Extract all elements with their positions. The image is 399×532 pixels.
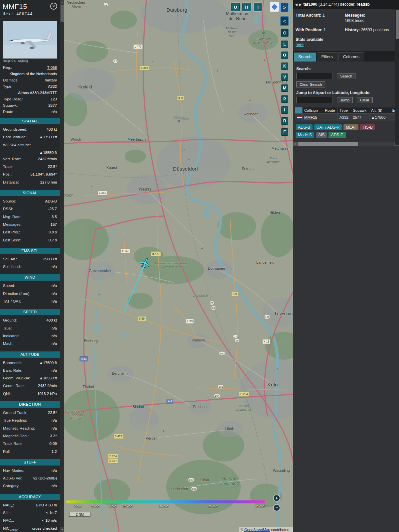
- data-label[interactable]: Ground Track:: [3, 410, 27, 417]
- data-label[interactable]: NICBARO:: [3, 525, 18, 532]
- data-label[interactable]: QNH:: [3, 391, 13, 398]
- data-label[interactable]: Groundspeed:: [3, 126, 27, 134]
- data-label[interactable]: RSSI:: [3, 206, 13, 213]
- data-label[interactable]: Sel. Alt.:: [3, 256, 17, 264]
- data-row: Direction (from): n/a: [3, 291, 57, 298]
- data-label[interactable]: NACP:: [3, 502, 14, 510]
- data-label[interactable]: Indicated:: [3, 333, 20, 340]
- map-letter-button[interactable]: P: [281, 95, 288, 103]
- data-label[interactable]: Messages:: [3, 221, 22, 229]
- scrollbar-thumb[interactable]: [61, 5, 64, 22]
- settings-gear-icon[interactable]: ⚙: [281, 29, 289, 37]
- table-header-cell[interactable]: Route: [323, 107, 338, 114]
- table-header-cell[interactable]: Alt. (ft): [369, 107, 390, 114]
- data-label[interactable]: Barometric:: [3, 360, 23, 367]
- data-label[interactable]: Last Seen:: [3, 237, 21, 245]
- map-letter-button[interactable]: M: [281, 84, 288, 92]
- data-label[interactable]: ADS-B Ver.:: [3, 475, 23, 483]
- data-label[interactable]: SIL:: [3, 510, 10, 517]
- readsb-link[interactable]: readsb: [357, 2, 370, 7]
- panel-prev-icon[interactable]: ◀: [295, 3, 298, 6]
- data-label[interactable]: Speed:: [3, 283, 15, 290]
- source-filter-badge[interactable]: ADS-B: [296, 124, 313, 130]
- table-header-cell[interactable]: [295, 107, 303, 114]
- zoom-out-button[interactable]: −: [273, 504, 280, 511]
- search-button[interactable]: Search: [337, 73, 355, 79]
- source-filter-badge[interactable]: AIS: [316, 132, 327, 138]
- table-header-cell[interactable]: Callsign: [303, 107, 323, 114]
- source-filter-badge[interactable]: Mode-S: [296, 132, 314, 138]
- data-label[interactable]: Roll:: [3, 449, 11, 456]
- search-input[interactable]: [296, 73, 333, 79]
- close-icon[interactable]: ×: [50, 3, 57, 10]
- data-label[interactable]: Magnetic Decl.:: [3, 433, 29, 441]
- data-label[interactable]: Ground:: [3, 317, 17, 325]
- data-label[interactable]: WGS84 altitude:: [3, 142, 31, 150]
- table-row[interactable]: MMF15 A332 2577 ▲17500: [295, 114, 399, 121]
- scroll-left-icon[interactable]: ◄: [293, 142, 298, 146]
- data-label[interactable]: True Heading:: [3, 417, 27, 425]
- table-header-cell[interactable]: Squawk: [351, 107, 369, 114]
- panel-next-icon[interactable]: ▶: [299, 3, 302, 6]
- stats-here-link[interactable]: here: [296, 42, 304, 47]
- panel-tab[interactable]: Search: [294, 53, 316, 62]
- data-label[interactable]: Vert. Rate:: [3, 156, 21, 164]
- data-label[interactable]: Category:: [3, 483, 20, 490]
- data-label[interactable]: Msg. Rate:: [3, 214, 22, 221]
- panel-tab[interactable]: Filters: [317, 52, 337, 62]
- map-letter-button[interactable]: R: [281, 117, 288, 125]
- map-letter-button[interactable]: F: [281, 128, 288, 136]
- source-filter-badge[interactable]: TIS-B: [360, 124, 375, 130]
- source-filter-badge[interactable]: MLAT: [343, 124, 358, 130]
- data-label[interactable]: Baro. Rate:: [3, 367, 22, 375]
- map-button-t[interactable]: T: [254, 3, 262, 11]
- table-horizontal-scrollbar[interactable]: ◄ ►: [293, 142, 399, 146]
- data-label[interactable]: Track Rate:: [3, 441, 23, 448]
- tar1090-link[interactable]: tar1090: [303, 2, 317, 7]
- data-value: ▲17500 ft: [29, 134, 57, 140]
- source-filter-badge[interactable]: UAT / ADS-R: [314, 124, 342, 130]
- hscroll-thumb[interactable]: [298, 142, 358, 146]
- map-letter-button[interactable]: I: [281, 106, 288, 114]
- data-label[interactable]: Sel. Head.:: [3, 264, 22, 271]
- table-header-cell[interactable]: Type: [338, 107, 351, 114]
- data-label[interactable]: True:: [3, 325, 12, 333]
- data-label[interactable]: Direction (from):: [3, 291, 30, 298]
- panel-tab[interactable]: Columns: [338, 52, 364, 62]
- table-callsign-link[interactable]: MMF15: [304, 115, 317, 119]
- map-button-u[interactable]: U: [231, 3, 240, 11]
- map-letter-button[interactable]: L: [281, 41, 288, 48]
- panel-vertical-scrollbar[interactable]: [395, 9, 399, 145]
- vscroll-thumb[interactable]: [396, 10, 399, 39]
- clear-search-button[interactable]: Clear Search: [296, 81, 325, 87]
- data-label[interactable]: Magnetic Heading:: [3, 425, 35, 433]
- aircraft-photo[interactable]: [3, 21, 57, 59]
- collapse-sidebar-button[interactable]: <: [280, 16, 289, 26]
- map-button-h[interactable]: H: [242, 3, 251, 11]
- expand-panel-button[interactable]: >: [280, 3, 289, 12]
- sidebar-scrollbar[interactable]: ▲ ▼: [60, 0, 64, 532]
- map-canvas[interactable]: Neukirchen- VluynDuisburgMülheim an der …: [64, 0, 293, 532]
- data-label[interactable]: Last Pos.:: [3, 229, 20, 237]
- data-label[interactable]: Pos.:: [3, 171, 12, 179]
- data-label[interactable]: Distance:: [3, 179, 19, 187]
- data-label[interactable]: Geom. Rate:: [3, 383, 25, 390]
- map-letter-button[interactable]: O: [281, 52, 288, 59]
- zoom-in-button[interactable]: +: [273, 494, 280, 502]
- map-letter-button[interactable]: K: [281, 63, 288, 70]
- osm-link[interactable]: OpenStreetMap: [244, 528, 270, 532]
- data-label[interactable]: Track:: [3, 164, 14, 171]
- jump-input[interactable]: [296, 97, 333, 103]
- data-label[interactable]: Mach:: [3, 340, 13, 348]
- map-letter-button[interactable]: V: [281, 73, 288, 81]
- jump-button[interactable]: Jump: [337, 97, 353, 103]
- data-label[interactable]: Nav. Modes:: [3, 467, 24, 475]
- source-filter-badge[interactable]: ADS-C: [329, 132, 345, 138]
- data-label[interactable]: Baro. altitude:: [3, 134, 27, 142]
- jump-clear-button[interactable]: Clear: [357, 97, 372, 103]
- data-label[interactable]: TAT / OAT:: [3, 298, 21, 306]
- data-label[interactable]: NACV:: [3, 517, 14, 525]
- data-label[interactable]: Geom. WGS84:: [3, 375, 30, 383]
- data-label[interactable]: Source:: [3, 198, 16, 206]
- layer-switcher-button[interactable]: [270, 2, 279, 12]
